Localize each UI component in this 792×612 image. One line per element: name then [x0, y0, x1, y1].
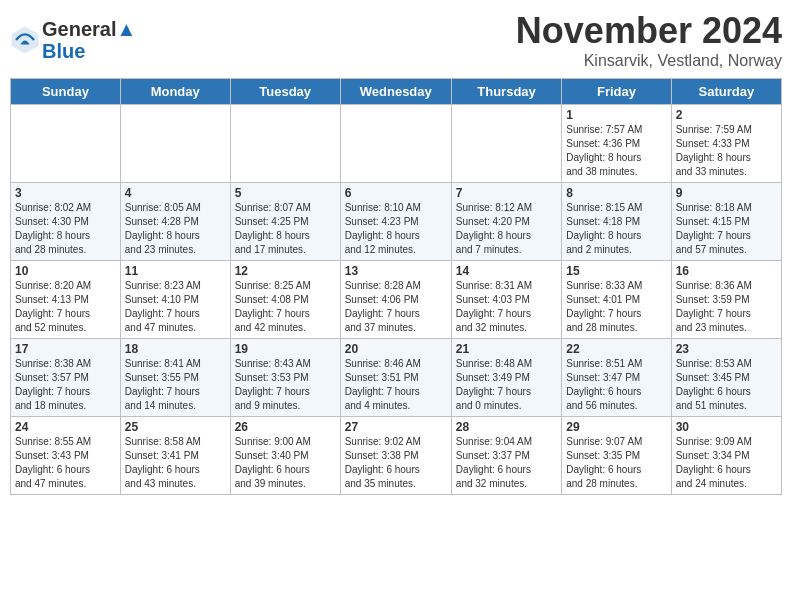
- calendar-week-row: 10Sunrise: 8:20 AM Sunset: 4:13 PM Dayli…: [11, 261, 782, 339]
- calendar-cell: 20Sunrise: 8:46 AM Sunset: 3:51 PM Dayli…: [340, 339, 451, 417]
- day-info: Sunrise: 9:00 AM Sunset: 3:40 PM Dayligh…: [235, 435, 336, 491]
- calendar-cell: 28Sunrise: 9:04 AM Sunset: 3:37 PM Dayli…: [451, 417, 561, 495]
- day-number: 20: [345, 342, 447, 356]
- day-number: 14: [456, 264, 557, 278]
- day-number: 28: [456, 420, 557, 434]
- day-number: 13: [345, 264, 447, 278]
- svg-marker-0: [12, 27, 39, 54]
- calendar-cell: 6Sunrise: 8:10 AM Sunset: 4:23 PM Daylig…: [340, 183, 451, 261]
- day-info: Sunrise: 8:15 AM Sunset: 4:18 PM Dayligh…: [566, 201, 666, 257]
- day-info: Sunrise: 7:59 AM Sunset: 4:33 PM Dayligh…: [676, 123, 777, 179]
- day-info: Sunrise: 9:02 AM Sunset: 3:38 PM Dayligh…: [345, 435, 447, 491]
- day-info: Sunrise: 8:18 AM Sunset: 4:15 PM Dayligh…: [676, 201, 777, 257]
- calendar-week-row: 3Sunrise: 8:02 AM Sunset: 4:30 PM Daylig…: [11, 183, 782, 261]
- calendar-cell: 5Sunrise: 8:07 AM Sunset: 4:25 PM Daylig…: [230, 183, 340, 261]
- weekday-header-monday: Monday: [120, 79, 230, 105]
- weekday-header-wednesday: Wednesday: [340, 79, 451, 105]
- day-info: Sunrise: 8:58 AM Sunset: 3:41 PM Dayligh…: [125, 435, 226, 491]
- logo-icon: [10, 25, 40, 55]
- day-info: Sunrise: 8:33 AM Sunset: 4:01 PM Dayligh…: [566, 279, 666, 335]
- day-number: 23: [676, 342, 777, 356]
- day-info: Sunrise: 8:05 AM Sunset: 4:28 PM Dayligh…: [125, 201, 226, 257]
- calendar-cell: 2Sunrise: 7:59 AM Sunset: 4:33 PM Daylig…: [671, 105, 781, 183]
- calendar-cell: [11, 105, 121, 183]
- calendar-cell: 16Sunrise: 8:36 AM Sunset: 3:59 PM Dayli…: [671, 261, 781, 339]
- day-info: Sunrise: 8:46 AM Sunset: 3:51 PM Dayligh…: [345, 357, 447, 413]
- location-title: Kinsarvik, Vestland, Norway: [516, 52, 782, 70]
- calendar-cell: 18Sunrise: 8:41 AM Sunset: 3:55 PM Dayli…: [120, 339, 230, 417]
- day-number: 4: [125, 186, 226, 200]
- calendar-cell: 17Sunrise: 8:38 AM Sunset: 3:57 PM Dayli…: [11, 339, 121, 417]
- day-number: 15: [566, 264, 666, 278]
- weekday-header-friday: Friday: [562, 79, 671, 105]
- header: General▲ Blue November 2024 Kinsarvik, V…: [10, 10, 782, 70]
- day-number: 27: [345, 420, 447, 434]
- calendar-cell: 25Sunrise: 8:58 AM Sunset: 3:41 PM Dayli…: [120, 417, 230, 495]
- calendar-week-row: 24Sunrise: 8:55 AM Sunset: 3:43 PM Dayli…: [11, 417, 782, 495]
- day-info: Sunrise: 9:04 AM Sunset: 3:37 PM Dayligh…: [456, 435, 557, 491]
- day-number: 19: [235, 342, 336, 356]
- day-info: Sunrise: 8:51 AM Sunset: 3:47 PM Dayligh…: [566, 357, 666, 413]
- day-number: 17: [15, 342, 116, 356]
- day-number: 18: [125, 342, 226, 356]
- day-info: Sunrise: 8:38 AM Sunset: 3:57 PM Dayligh…: [15, 357, 116, 413]
- calendar-cell: 9Sunrise: 8:18 AM Sunset: 4:15 PM Daylig…: [671, 183, 781, 261]
- weekday-header-tuesday: Tuesday: [230, 79, 340, 105]
- day-info: Sunrise: 8:25 AM Sunset: 4:08 PM Dayligh…: [235, 279, 336, 335]
- day-number: 21: [456, 342, 557, 356]
- day-number: 5: [235, 186, 336, 200]
- day-number: 1: [566, 108, 666, 122]
- calendar-cell: 7Sunrise: 8:12 AM Sunset: 4:20 PM Daylig…: [451, 183, 561, 261]
- day-number: 24: [15, 420, 116, 434]
- day-info: Sunrise: 7:57 AM Sunset: 4:36 PM Dayligh…: [566, 123, 666, 179]
- day-number: 6: [345, 186, 447, 200]
- calendar-cell: 1Sunrise: 7:57 AM Sunset: 4:36 PM Daylig…: [562, 105, 671, 183]
- day-info: Sunrise: 8:07 AM Sunset: 4:25 PM Dayligh…: [235, 201, 336, 257]
- day-info: Sunrise: 8:43 AM Sunset: 3:53 PM Dayligh…: [235, 357, 336, 413]
- day-number: 3: [15, 186, 116, 200]
- day-info: Sunrise: 8:23 AM Sunset: 4:10 PM Dayligh…: [125, 279, 226, 335]
- calendar-cell: 21Sunrise: 8:48 AM Sunset: 3:49 PM Dayli…: [451, 339, 561, 417]
- calendar-cell: 23Sunrise: 8:53 AM Sunset: 3:45 PM Dayli…: [671, 339, 781, 417]
- day-number: 29: [566, 420, 666, 434]
- calendar-cell: [230, 105, 340, 183]
- calendar-cell: [120, 105, 230, 183]
- day-number: 10: [15, 264, 116, 278]
- day-number: 26: [235, 420, 336, 434]
- calendar-cell: 3Sunrise: 8:02 AM Sunset: 4:30 PM Daylig…: [11, 183, 121, 261]
- day-info: Sunrise: 8:53 AM Sunset: 3:45 PM Dayligh…: [676, 357, 777, 413]
- month-title: November 2024: [516, 10, 782, 52]
- day-info: Sunrise: 8:36 AM Sunset: 3:59 PM Dayligh…: [676, 279, 777, 335]
- day-info: Sunrise: 8:31 AM Sunset: 4:03 PM Dayligh…: [456, 279, 557, 335]
- calendar-cell: 15Sunrise: 8:33 AM Sunset: 4:01 PM Dayli…: [562, 261, 671, 339]
- day-number: 30: [676, 420, 777, 434]
- day-info: Sunrise: 8:48 AM Sunset: 3:49 PM Dayligh…: [456, 357, 557, 413]
- calendar-cell: 4Sunrise: 8:05 AM Sunset: 4:28 PM Daylig…: [120, 183, 230, 261]
- calendar-cell: 14Sunrise: 8:31 AM Sunset: 4:03 PM Dayli…: [451, 261, 561, 339]
- day-info: Sunrise: 9:07 AM Sunset: 3:35 PM Dayligh…: [566, 435, 666, 491]
- logo: General▲ Blue: [10, 18, 136, 62]
- calendar-cell: 26Sunrise: 9:00 AM Sunset: 3:40 PM Dayli…: [230, 417, 340, 495]
- logo-text: General▲ Blue: [42, 18, 136, 62]
- day-number: 12: [235, 264, 336, 278]
- calendar-table: SundayMondayTuesdayWednesdayThursdayFrid…: [10, 78, 782, 495]
- calendar-cell: 11Sunrise: 8:23 AM Sunset: 4:10 PM Dayli…: [120, 261, 230, 339]
- day-info: Sunrise: 8:12 AM Sunset: 4:20 PM Dayligh…: [456, 201, 557, 257]
- day-number: 25: [125, 420, 226, 434]
- day-number: 7: [456, 186, 557, 200]
- calendar-header-row: SundayMondayTuesdayWednesdayThursdayFrid…: [11, 79, 782, 105]
- calendar-cell: 13Sunrise: 8:28 AM Sunset: 4:06 PM Dayli…: [340, 261, 451, 339]
- calendar-cell: 29Sunrise: 9:07 AM Sunset: 3:35 PM Dayli…: [562, 417, 671, 495]
- day-info: Sunrise: 8:10 AM Sunset: 4:23 PM Dayligh…: [345, 201, 447, 257]
- day-number: 8: [566, 186, 666, 200]
- day-info: Sunrise: 9:09 AM Sunset: 3:34 PM Dayligh…: [676, 435, 777, 491]
- calendar-cell: 27Sunrise: 9:02 AM Sunset: 3:38 PM Dayli…: [340, 417, 451, 495]
- calendar-cell: 10Sunrise: 8:20 AM Sunset: 4:13 PM Dayli…: [11, 261, 121, 339]
- day-number: 2: [676, 108, 777, 122]
- calendar-week-row: 1Sunrise: 7:57 AM Sunset: 4:36 PM Daylig…: [11, 105, 782, 183]
- weekday-header-sunday: Sunday: [11, 79, 121, 105]
- calendar-week-row: 17Sunrise: 8:38 AM Sunset: 3:57 PM Dayli…: [11, 339, 782, 417]
- calendar-cell: 24Sunrise: 8:55 AM Sunset: 3:43 PM Dayli…: [11, 417, 121, 495]
- calendar-cell: [340, 105, 451, 183]
- day-number: 9: [676, 186, 777, 200]
